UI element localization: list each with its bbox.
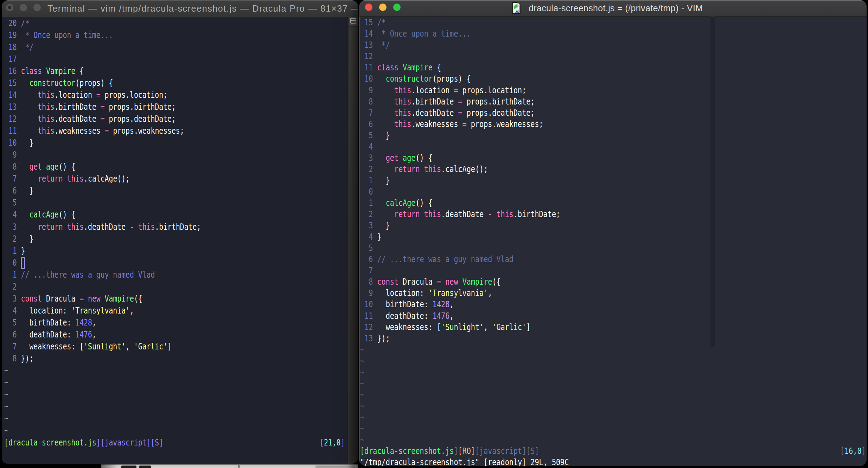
tilde-line: ~ — [360, 400, 364, 412]
code-span-t: ~ — [4, 365, 8, 375]
code-span-f: , — [92, 317, 96, 328]
code-span-f: .calcAge(); — [441, 164, 488, 174]
code-span-l: 7 — [4, 173, 21, 184]
split-pane-icon — [350, 18, 356, 24]
zoom-button[interactable] — [33, 4, 41, 11]
code-span-l: 19 — [4, 30, 21, 40]
macvim-content[interactable]: 15 /* 14 * Once upon a time... 13 */ 12 … — [359, 17, 867, 466]
code-span-c: 16,0 — [844, 446, 861, 456]
code-span-f: ({ — [492, 277, 500, 287]
code-line: 11 this.weaknesses = props.weaknesses; — [4, 125, 184, 137]
code-span-p: return — [394, 164, 420, 174]
code-span-f: ({ — [134, 293, 142, 304]
code-span-f: props.weaknesses; — [467, 119, 543, 129]
code-span-p: this — [38, 126, 55, 136]
window-shadow — [101, 464, 117, 468]
code-span-t: ~ — [360, 435, 364, 445]
terminal-titlebar[interactable]: Terminal — vim /tmp/dracula-screenshot.j… — [2, 0, 358, 17]
code-span-m: ] — [454, 446, 458, 456]
code-span-p: this — [424, 209, 441, 219]
code-span-f — [21, 162, 30, 172]
code-span-f: deathDate: — [377, 311, 432, 321]
code-span-f: } — [21, 246, 25, 256]
code-span-t: ~ — [360, 401, 364, 411]
code-line: 16 class Vampire { — [4, 65, 84, 77]
close-button[interactable] — [365, 4, 372, 11]
code-line: 2 return this.deathDate - this.birthDate… — [360, 209, 560, 220]
code-span-f — [377, 86, 394, 95]
code-span-f — [377, 164, 394, 174]
code-line: 6 this.weaknesses = props.weaknesses; — [360, 119, 543, 130]
ruler-position: [21,0] — [320, 437, 345, 449]
code-span-l: 9 — [360, 86, 377, 95]
code-span-f — [398, 153, 403, 163]
code-span-u: ] — [341, 437, 345, 448]
code-span-f — [42, 66, 46, 76]
code-span-f — [377, 97, 394, 107]
code-span-l: 3 — [4, 293, 21, 304]
minimize-button[interactable] — [20, 4, 27, 11]
code-span-f — [21, 209, 30, 220]
code-span-f: } — [21, 138, 34, 148]
window-shadow — [347, 464, 358, 468]
code-span-f — [21, 173, 38, 184]
code-span-u: 1476 — [75, 329, 92, 340]
code-span-t: ~ — [360, 390, 364, 400]
code-span-p: = — [462, 119, 467, 129]
background-glyph-fragment — [121, 466, 136, 468]
code-span-p: this — [67, 173, 84, 184]
code-span-g: [dracula-screenshot.js — [360, 446, 454, 456]
close-button[interactable] — [6, 4, 13, 11]
split-pane-button[interactable] — [349, 17, 358, 27]
tilde-line: ~ — [4, 365, 8, 377]
macvim-scrollbar-strip[interactable] — [710, 17, 715, 347]
code-span-f: props.birthDate; — [462, 97, 535, 107]
code-span-m: [ — [840, 446, 844, 456]
code-span-g: age — [46, 162, 59, 172]
code-span-m: */ — [377, 40, 390, 50]
code-span-f: props.weaknesses; — [109, 126, 184, 136]
code-line: 17 — [4, 53, 21, 65]
code-span-l: 2 — [4, 282, 21, 292]
code-span-l: 8 — [360, 277, 377, 287]
code-span-u: ][javascript][S] — [96, 437, 163, 448]
code-span-l: 5 — [4, 317, 21, 328]
code-span-p: = — [96, 90, 101, 100]
code-line: 4 — [360, 141, 377, 152]
terminal-content[interactable]: 20 /* 19 * Once upon a time... 18 */ 17 … — [2, 17, 358, 464]
code-span-l: 0 — [4, 258, 21, 268]
terminal-scrollbar[interactable] — [349, 17, 358, 464]
code-span-g: calcAge — [29, 209, 58, 220]
code-span-f: , — [126, 341, 134, 352]
code-span-p: const — [377, 277, 398, 287]
code-span-y: 'Sunlight' — [84, 341, 126, 352]
code-span-f: } — [377, 176, 390, 185]
code-span-m: /* — [377, 18, 385, 27]
zoom-button[interactable] — [393, 4, 401, 11]
code-span-m: */ — [21, 42, 34, 52]
code-span-f: location: — [21, 305, 71, 316]
code-span-l: 7 — [360, 266, 377, 276]
code-span-o: [RO] — [458, 446, 475, 456]
code-span-p: = — [454, 86, 458, 95]
code-line: 2 } — [4, 233, 33, 245]
macvim-titlebar[interactable]: JS dracula-screenshot.js = (/private/tmp… — [359, 0, 867, 17]
code-span-f: .weaknesses — [411, 119, 462, 129]
code-line: 1 } — [360, 175, 390, 186]
code-span-f — [458, 277, 462, 287]
code-span-p: this — [424, 164, 441, 174]
status-line: [dracula-screenshot.js][RO][javascript][… — [360, 445, 539, 457]
minimize-button[interactable] — [379, 4, 387, 11]
code-span-f — [377, 153, 385, 163]
tilde-line: ~ — [4, 388, 8, 400]
code-span-p: return — [38, 222, 63, 232]
code-span-y: 'Transylvania' — [71, 305, 130, 316]
tilde-line: ~ — [4, 425, 8, 437]
code-span-y: 'Transylvania' — [428, 288, 488, 298]
code-line: 7 return this.calcAge(); — [4, 173, 130, 185]
code-span-f — [101, 293, 105, 304]
code-line: 2 return this.calcAge(); — [360, 164, 488, 175]
code-span-f — [441, 277, 445, 287]
tilde-line: ~ — [360, 423, 364, 434]
terminal-window: Terminal — vim /tmp/dracula-screenshot.j… — [2, 0, 358, 464]
